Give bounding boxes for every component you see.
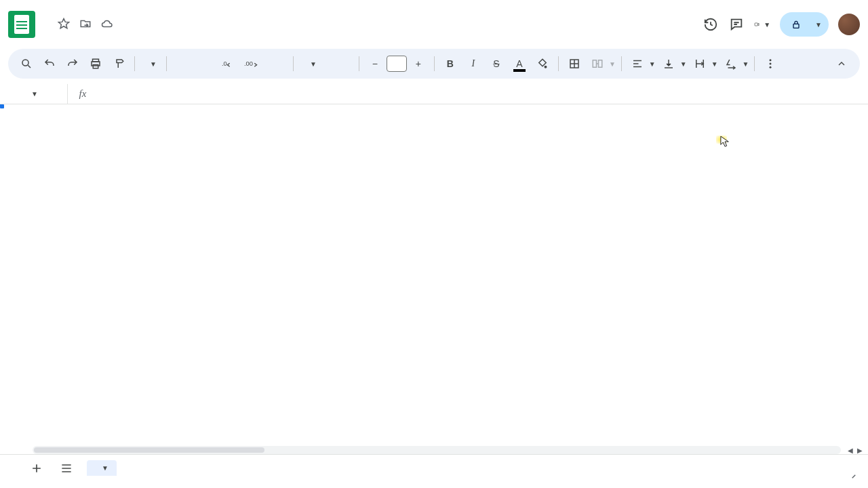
text-color-button[interactable]: A — [509, 54, 530, 74]
print-icon[interactable] — [85, 54, 106, 74]
merge-cells-button[interactable]: ▼ — [587, 54, 616, 74]
increase-decimal-button[interactable]: .00 — [241, 54, 262, 74]
fx-icon: fx — [68, 88, 98, 100]
borders-button[interactable] — [564, 54, 585, 74]
svg-rect-9 — [593, 60, 596, 68]
star-icon[interactable] — [57, 17, 71, 30]
cloud-status-icon[interactable] — [100, 17, 114, 30]
svg-rect-0 — [755, 23, 757, 26]
horizontal-scrollbar[interactable] — [33, 446, 841, 454]
undo-icon[interactable] — [39, 54, 60, 74]
zoom-select[interactable]: ▼ — [140, 60, 161, 68]
move-icon[interactable] — [79, 17, 92, 30]
history-icon[interactable] — [703, 16, 719, 33]
svg-point-13 — [770, 66, 772, 68]
add-sheet-button[interactable] — [27, 459, 46, 478]
number-format-button[interactable] — [264, 54, 288, 74]
meet-button[interactable]: ▼ — [754, 16, 770, 33]
decrease-font-size-button[interactable]: − — [365, 54, 385, 74]
toolbar: ▼ .0 .00 ▼ − + B I S A ▼ ▼ ▼ ▼ ▼ — [8, 49, 860, 79]
more-toolbar-icon[interactable] — [760, 54, 781, 74]
font-select[interactable]: ▼ — [299, 60, 353, 68]
svg-rect-1 — [793, 24, 799, 28]
strikethrough-button[interactable]: S — [486, 54, 507, 74]
fill-color-button[interactable] — [532, 54, 553, 74]
explore-button[interactable] — [848, 470, 860, 483]
svg-point-2 — [22, 60, 28, 66]
scroll-left-icon[interactable]: ◀ — [848, 447, 853, 454]
text-wrap-button[interactable]: ▼ — [690, 54, 718, 74]
italic-button[interactable]: I — [463, 54, 484, 74]
share-button[interactable]: ▼ — [780, 12, 829, 37]
percent-format-button[interactable] — [195, 54, 216, 74]
chevron-down-icon: ▼ — [102, 464, 108, 472]
paint-format-icon[interactable] — [108, 54, 129, 74]
account-avatar[interactable] — [838, 14, 860, 35]
collapse-toolbar-icon[interactable] — [831, 54, 852, 74]
formula-input[interactable] — [98, 84, 868, 104]
currency-format-button[interactable] — [172, 54, 193, 74]
chevron-down-icon: ▼ — [815, 21, 822, 28]
bold-button[interactable]: B — [440, 54, 460, 74]
lock-icon — [791, 19, 802, 30]
chevron-down-icon: ▼ — [31, 90, 38, 98]
vertical-align-button[interactable]: ▼ — [658, 54, 687, 74]
svg-rect-10 — [598, 60, 601, 68]
scroll-right-icon[interactable]: ▶ — [857, 447, 863, 454]
svg-point-11 — [770, 59, 772, 61]
horizontal-align-button[interactable]: ▼ — [627, 54, 656, 74]
svg-point-12 — [770, 63, 772, 65]
redo-icon[interactable] — [62, 54, 83, 74]
svg-text:.00: .00 — [244, 60, 253, 67]
svg-text:.0: .0 — [222, 60, 227, 67]
all-sheets-button[interactable] — [57, 459, 76, 478]
document-title[interactable] — [42, 22, 50, 25]
text-rotation-button[interactable]: ▼ — [721, 54, 749, 74]
font-size-input[interactable] — [387, 56, 407, 72]
sheets-app-icon[interactable] — [8, 11, 35, 38]
name-box[interactable]: ▼ — [0, 84, 68, 104]
increase-font-size-button[interactable]: + — [408, 54, 429, 74]
sheet-tab[interactable]: ▼ — [87, 460, 117, 476]
comments-icon[interactable] — [728, 16, 745, 33]
decrease-decimal-button[interactable]: .0 — [218, 54, 239, 74]
search-menus-icon[interactable] — [16, 54, 37, 74]
